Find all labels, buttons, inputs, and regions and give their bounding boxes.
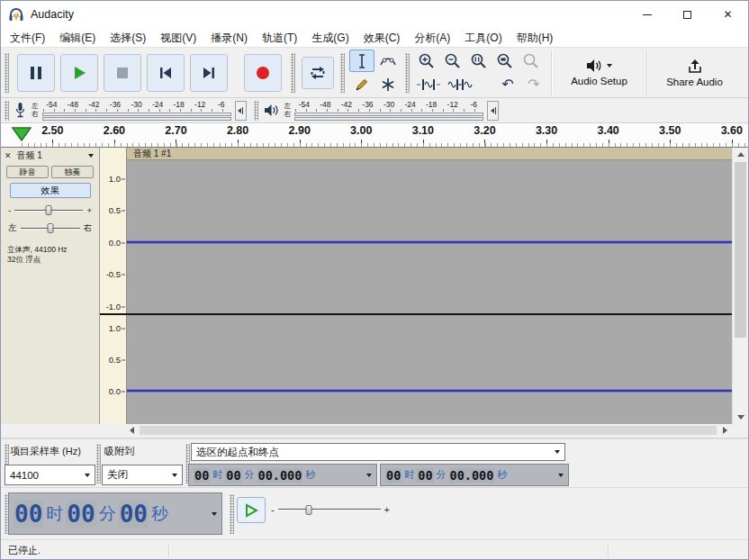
- vertical-scrollbar[interactable]: [732, 148, 748, 424]
- zoom-out-button[interactable]: [440, 50, 464, 71]
- seconds-field[interactable]: 00.000: [449, 468, 495, 483]
- loop-toolbar-grip[interactable]: [291, 53, 295, 93]
- vertical-scroll-thumb[interactable]: [735, 162, 746, 338]
- edit-toolbar-grip[interactable]: [405, 53, 410, 93]
- skip-to-start-button[interactable]: [147, 54, 185, 92]
- draw-tool[interactable]: [349, 73, 374, 95]
- menu-item[interactable]: 文件(F): [3, 28, 52, 48]
- hours-field[interactable]: 00: [385, 468, 402, 483]
- clip-header[interactable]: 音频 1 #1: [127, 148, 732, 160]
- menu-item[interactable]: 分析(A): [407, 28, 457, 48]
- pan-slider-thumb[interactable]: [47, 223, 53, 233]
- scroll-right-button[interactable]: [717, 424, 732, 437]
- menu-item[interactable]: 帮助(H): [510, 28, 561, 48]
- record-button[interactable]: [244, 54, 282, 92]
- ibeam-icon: [356, 53, 367, 69]
- playhead-triangle[interactable]: [12, 127, 32, 141]
- silence-audio-button[interactable]: [446, 74, 474, 95]
- loop-button[interactable]: [302, 57, 334, 89]
- zoom-toggle-icon: [522, 52, 539, 69]
- hours-field[interactable]: 00: [14, 501, 43, 528]
- share-audio-button[interactable]: Share Audio: [651, 50, 738, 96]
- track-depth-info: 32位 浮点: [7, 255, 99, 265]
- mute-button[interactable]: 静音: [6, 166, 49, 178]
- snap-toolbar-grip[interactable]: [96, 444, 101, 483]
- selection-start-display[interactable]: 00 时 00 分 00.000 秒: [188, 464, 377, 486]
- multi-tool[interactable]: [375, 73, 401, 95]
- gain-slider[interactable]: [14, 204, 83, 216]
- waveform-area[interactable]: 音频 1 #1: [127, 148, 732, 424]
- selection-range-mode-dropdown[interactable]: 选区的起点和终点: [191, 443, 565, 461]
- solo-button[interactable]: 独奏: [51, 166, 94, 178]
- playback-meter-handle[interactable]: [487, 101, 499, 121]
- transport-toolbar-grip[interactable]: [5, 53, 9, 93]
- stop-button[interactable]: [104, 54, 141, 92]
- project-rate-combo[interactable]: 44100: [5, 465, 95, 485]
- menu-item[interactable]: 轨道(T): [255, 28, 304, 48]
- maximize-button[interactable]: [667, 1, 708, 28]
- play-at-speed-button[interactable]: [237, 497, 266, 523]
- dropdown-arrow: [79, 465, 95, 484]
- zoom-toggle-button[interactable]: [519, 50, 542, 71]
- snap-to-value: 关闭: [107, 468, 128, 482]
- tools-toolbar-grip[interactable]: [340, 53, 345, 93]
- timeline-ruler[interactable]: 2.502.602.702.802.903.003.103.203.303.40…: [1, 123, 748, 148]
- scroll-down-button[interactable]: [733, 411, 748, 424]
- track-close-button[interactable]: ✕: [5, 151, 12, 160]
- scroll-left-button[interactable]: [124, 424, 139, 437]
- scroll-up-button[interactable]: [733, 148, 748, 161]
- audio-setup-button[interactable]: Audio Setup: [555, 50, 643, 96]
- play-button[interactable]: [60, 54, 98, 92]
- track-menu-caret-icon[interactable]: [88, 154, 94, 158]
- zoom-to-fit-button[interactable]: [492, 50, 516, 71]
- menu-item[interactable]: 生成(G): [304, 28, 356, 48]
- effects-button[interactable]: 效果: [10, 183, 91, 198]
- play-at-speed-grip[interactable]: [230, 494, 234, 534]
- seconds-field[interactable]: 00.000: [257, 468, 303, 483]
- zoom-to-selection-button[interactable]: [466, 50, 490, 71]
- menu-item[interactable]: 视图(V): [153, 28, 203, 48]
- skip-to-end-button[interactable]: [190, 54, 228, 92]
- vertical-scale-ruler[interactable]: 1.0 0.5 0.0 -0.5 -1.0 1.0 0.5 0.0: [100, 148, 127, 424]
- menu-item[interactable]: 播录(N): [203, 28, 255, 48]
- menu-item[interactable]: 工具(O): [457, 28, 509, 48]
- redo-button[interactable]: ↷: [522, 74, 546, 95]
- recording-meter[interactable]: -54-48-42-36-30-24-18-12-6: [41, 100, 232, 121]
- menu-item[interactable]: 选择(S): [103, 28, 153, 48]
- minutes-field[interactable]: 00: [225, 468, 241, 483]
- recording-meter-grip[interactable]: [5, 101, 9, 121]
- playback-speed-slider[interactable]: [278, 503, 381, 517]
- hours-field[interactable]: 00: [194, 468, 210, 483]
- format-dropdown-arrow[interactable]: [558, 474, 564, 477]
- recording-meter-handle[interactable]: [235, 101, 247, 121]
- envelope-tool[interactable]: [375, 50, 401, 72]
- menu-item[interactable]: 效果(C): [356, 28, 408, 48]
- horizontal-scroll-thumb[interactable]: [140, 426, 717, 435]
- audio-position-display[interactable]: 00 时 00 分 00 秒: [8, 492, 222, 535]
- horizontal-scrollbar[interactable]: [124, 424, 732, 437]
- selection-tool[interactable]: [349, 50, 374, 72]
- format-dropdown-arrow[interactable]: [366, 474, 372, 477]
- minutes-field[interactable]: 00: [66, 501, 95, 528]
- zoom-in-button[interactable]: [414, 50, 438, 71]
- undo-button[interactable]: ↶: [496, 74, 519, 95]
- selection-end-display[interactable]: 00 时 00 分 00.000 秒: [380, 464, 569, 486]
- trim-audio-button[interactable]: [414, 74, 443, 95]
- track-area: ✕ 音频 1 静音 独奏 效果 - + 左 右 立体声, 44100 Hz 3: [1, 148, 748, 424]
- minutes-field[interactable]: 00: [417, 468, 433, 483]
- speed-slider-thumb[interactable]: [305, 505, 311, 515]
- pause-button[interactable]: [17, 54, 55, 92]
- seconds-field[interactable]: 00: [119, 501, 149, 528]
- snap-to-combo[interactable]: 关闭: [102, 465, 183, 485]
- close-button[interactable]: ✕: [708, 1, 748, 28]
- minimize-button[interactable]: [627, 1, 667, 28]
- pan-slider[interactable]: [21, 222, 80, 234]
- menu-item[interactable]: 编辑(E): [52, 28, 103, 48]
- playback-meter-grip[interactable]: [254, 101, 258, 121]
- playback-meter[interactable]: -54-48-42-36-30-24-18-12-6: [293, 100, 484, 121]
- track-name[interactable]: 音频 1: [17, 149, 42, 162]
- gain-slider-thumb[interactable]: [46, 205, 52, 215]
- dropdown-arrow: [549, 444, 564, 460]
- format-dropdown-arrow[interactable]: [212, 512, 217, 516]
- scale-label: 1.0: [109, 174, 121, 184]
